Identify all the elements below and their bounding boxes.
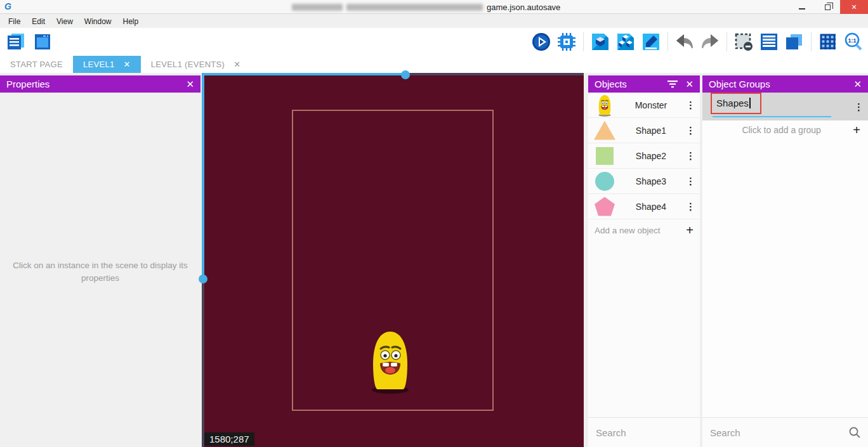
plus-icon: + [686,223,694,238]
object-groups-header: Object Groups ✕ [702,75,868,93]
close-panel-icon[interactable]: ✕ [853,79,862,90]
left-resize-handle[interactable] [199,275,207,283]
filter-icon[interactable] [667,81,678,88]
svg-text:1:1: 1:1 [848,37,856,44]
tab-label: LEVEL1 (EVENTS) [151,60,225,69]
monster-instance[interactable] [368,328,412,394]
scene-left-resize-edge[interactable] [202,73,204,279]
properties-header: Properties ✕ [0,75,201,93]
deselect-icon[interactable] [733,31,754,53]
kebab-menu-icon[interactable]: ⋮ [686,126,695,134]
add-object-label: Add a new object [595,226,661,235]
redo-icon[interactable] [699,31,721,53]
toolbar-left [0,31,53,53]
menu-window[interactable]: Window [79,16,117,27]
toolbar-separator [811,32,812,51]
menu-edit[interactable]: Edit [26,16,51,27]
tab-bar: START PAGE LEVEL1 ✕ LEVEL1 (EVENTS) ✕ [0,56,868,73]
objects-search-bar [588,417,700,447]
monster-icon [593,94,616,117]
groups-search-bar [702,417,868,447]
tab-close-icon[interactable]: ✕ [233,60,240,69]
objects-title: Objects [595,79,627,89]
restore-button[interactable] [815,0,840,14]
square-icon [596,147,614,165]
group-name-value: Shapes [716,98,751,108]
cursor-coordinates: 1580;287 [204,432,254,446]
tab-start-page[interactable]: START PAGE [0,56,73,73]
project-manager-icon[interactable] [5,31,27,53]
object-row-shape4[interactable]: Shape4 ⋮ [588,194,700,219]
undo-icon[interactable] [674,31,695,53]
input-underline [713,116,831,117]
properties-title: Properties [6,79,49,89]
triangle-icon [594,121,615,140]
kebab-menu-icon[interactable]: ⋮ [686,152,695,160]
layers-icon[interactable] [784,31,805,53]
toolbar-separator [667,32,668,51]
object-name: Shape1 [616,126,686,136]
close-panel-icon[interactable]: ✕ [685,79,694,90]
instances-panel-icon[interactable] [758,31,780,53]
group-name-edit-row: Shapes ⋮ [702,93,868,120]
start-page-icon[interactable] [32,31,53,53]
menu-view[interactable]: View [51,16,79,27]
scene-top-resize-edge[interactable] [202,73,405,75]
properties-empty-message: Click on an instance in the scene to dis… [9,259,192,285]
object-name: Monster [616,100,686,110]
kebab-menu-icon[interactable]: ⋮ [686,101,695,109]
scene-properties-icon[interactable] [640,31,662,53]
objects-editor-icon[interactable] [589,31,611,53]
object-groups-panel: Object Groups ✕ Shapes ⋮ Click to add a … [702,75,868,447]
instances-list-icon[interactable] [615,31,636,53]
object-name: Shape2 [616,151,686,161]
top-resize-handle[interactable] [401,70,410,79]
close-button[interactable]: ✕ [840,0,868,14]
redacted-title-segment [292,4,343,11]
kebab-menu-icon[interactable]: ⋮ [686,202,695,211]
window-title-text: game.json.autosave [487,3,560,12]
scene-top-edge [405,73,584,75]
title-bar: G game.json.autosave ✕ [0,0,868,14]
menu-file[interactable]: File [3,16,26,27]
circle-icon [595,172,614,191]
menu-help[interactable]: Help [117,16,145,27]
tab-label: START PAGE [10,60,63,69]
scene-canvas[interactable]: 1580;287 [202,73,584,447]
gdevelop-icon: G [4,1,16,13]
text-caret [749,98,751,108]
pentagon-icon [595,197,615,216]
toolbar-right: 1:1 [530,31,868,53]
add-group-button[interactable]: Click to add a group + [702,120,868,139]
groups-search-input[interactable] [710,427,849,438]
object-row-shape2[interactable]: Shape2 ⋮ [588,143,700,169]
objects-panel: Objects ✕ Monster ⋮ Shape1 ⋮ Shape2 ⋮ Sh… [588,75,700,447]
tab-level1-events[interactable]: LEVEL1 (EVENTS) ✕ [141,56,251,73]
debug-icon[interactable] [556,31,577,53]
object-name: Shape3 [616,176,686,186]
zoom-1-1-icon[interactable]: 1:1 [843,31,864,53]
object-groups-title: Object Groups [709,79,770,89]
toolbar-separator [583,32,584,51]
group-name-input[interactable]: Shapes [707,93,854,120]
add-new-object-button[interactable]: Add a new object + [588,219,700,241]
scene-left-edge [202,279,204,447]
add-group-hint: Click to add a group [710,125,853,135]
minimize-icon [799,8,805,10]
menu-bar: File Edit View Window Help [0,15,868,28]
search-icon [849,427,860,438]
object-row-shape1[interactable]: Shape1 ⋮ [588,118,700,143]
grid-icon[interactable] [817,31,839,53]
tab-close-icon[interactable]: ✕ [123,60,130,69]
object-row-monster[interactable]: Monster ⋮ [588,93,700,118]
restore-icon [825,4,831,10]
minimize-button[interactable] [789,0,815,14]
object-row-shape3[interactable]: Shape3 ⋮ [588,169,700,194]
close-icon: ✕ [851,3,857,11]
kebab-menu-icon[interactable]: ⋮ [854,103,863,111]
close-panel-icon[interactable]: ✕ [186,79,194,90]
window-controls: ✕ [789,0,868,14]
tab-level1[interactable]: LEVEL1 ✕ [73,56,141,73]
play-icon[interactable] [530,31,552,53]
kebab-menu-icon[interactable]: ⋮ [686,177,695,185]
